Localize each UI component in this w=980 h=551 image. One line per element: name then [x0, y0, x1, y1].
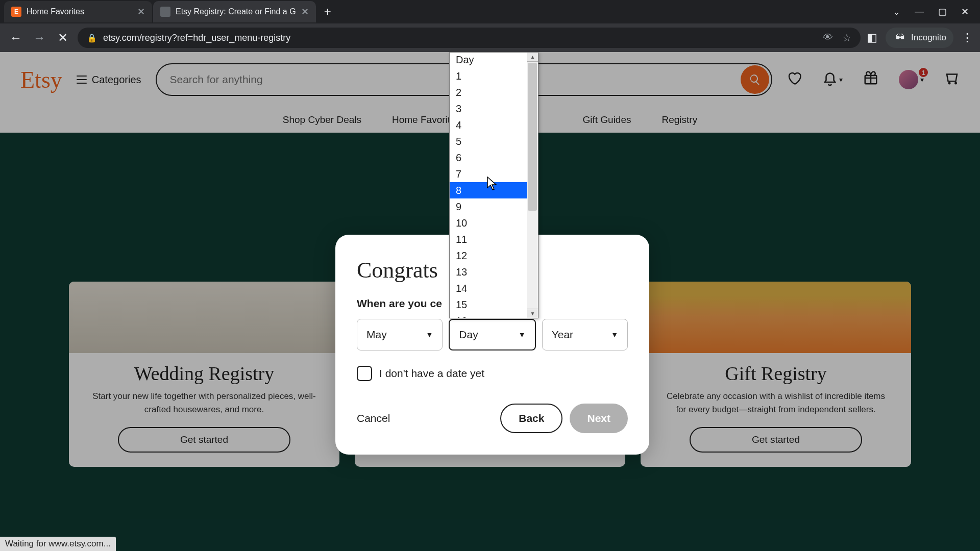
caret-down-icon: ▼ [426, 331, 433, 339]
card-image [641, 282, 911, 353]
search-icon [749, 73, 761, 86]
caret-down-icon: ▼ [519, 331, 526, 339]
window-controls: ⌄ — ▢ ✕ [893, 6, 980, 17]
card-desc: Start your new life together with person… [69, 390, 339, 416]
incognito-badge[interactable]: 🕶 Incognito [886, 28, 953, 48]
get-started-button[interactable]: Get started [690, 427, 862, 453]
browser-toolbar: ← → ✕ 🔒 etsy.com/registry?ref=hdr_user_m… [0, 23, 980, 52]
dropdown-option[interactable]: 3 [450, 101, 538, 117]
date-selects: May ▼ Day ▼ Year ▼ [357, 319, 628, 350]
no-date-label: I don't have a date yet [379, 367, 484, 380]
address-bar[interactable]: 🔒 etsy.com/registry?ref=hdr_user_menu-re… [78, 28, 861, 48]
scroll-up-arrow[interactable]: ▲ [527, 53, 538, 62]
favorites-icon[interactable] [787, 70, 802, 89]
forward-button[interactable]: → [31, 31, 48, 45]
gift-icon[interactable] [863, 70, 878, 89]
no-date-row: I don't have a date yet [357, 366, 628, 381]
new-tab-button[interactable]: + [317, 5, 338, 19]
kebab-menu-icon[interactable]: ⋮ [962, 31, 973, 44]
panel-icon[interactable]: ◧ [867, 31, 877, 44]
back-button[interactable]: Back [500, 404, 562, 433]
dropdown-option[interactable]: 14 [450, 280, 538, 296]
card-desc: Celebrate any occasion with a wishlist o… [641, 390, 911, 416]
year-select[interactable]: Year ▼ [542, 319, 628, 350]
notification-badge: 1 [918, 67, 929, 78]
day-select[interactable]: Day ▼ [449, 319, 535, 350]
chevron-down-icon: ▾ [839, 76, 843, 84]
card-title: Gift Registry [641, 362, 911, 385]
etsy-favicon: E [11, 7, 21, 17]
tab-overflow-icon[interactable]: ⌄ [893, 6, 900, 17]
tab-home-favorites[interactable]: E Home Favorites ✕ [4, 1, 152, 22]
categories-button[interactable]: Categories [77, 74, 141, 86]
caret-down-icon: ▼ [611, 331, 618, 339]
loading-favicon [160, 7, 170, 17]
tab-title: Etsy Registry: Create or Find a G [176, 7, 296, 16]
month-value: May [366, 329, 387, 341]
month-select[interactable]: May ▼ [357, 319, 443, 350]
tab-close-icon[interactable]: ✕ [301, 6, 309, 17]
status-bar: Waiting for www.etsy.com... [0, 537, 116, 551]
scrollbar-thumb[interactable] [528, 63, 537, 211]
star-icon[interactable]: ☆ [842, 32, 851, 44]
scroll-down-arrow[interactable]: ▼ [527, 309, 538, 318]
incognito-icon: 🕶 [893, 31, 907, 45]
maximize-button[interactable]: ▢ [938, 6, 947, 17]
browser-chrome: E Home Favorites ✕ Etsy Registry: Create… [0, 0, 980, 52]
etsy-logo[interactable]: Etsy [20, 66, 62, 93]
dropdown-option[interactable]: 9 [450, 198, 538, 215]
cancel-button[interactable]: Cancel [357, 412, 390, 424]
dropdown-option[interactable]: 13 [450, 264, 538, 280]
dropdown-option[interactable]: 8 [450, 182, 538, 198]
dropdown-option[interactable]: 6 [450, 149, 538, 166]
dropdown-option[interactable]: 4 [450, 117, 538, 133]
dropdown-option[interactable]: 11 [450, 231, 538, 247]
tab-close-icon[interactable]: ✕ [137, 6, 145, 17]
stop-button[interactable]: ✕ [54, 31, 71, 45]
tab-bar: E Home Favorites ✕ Etsy Registry: Create… [0, 0, 980, 23]
dropdown-option[interactable]: 12 [450, 247, 538, 264]
dropdown-option[interactable]: 1 [450, 68, 538, 84]
incognito-label: Incognito [911, 33, 946, 43]
header-icons: ▾ 1 ▾ [787, 70, 960, 89]
gift-registry-card: Gift Registry Celebrate any occasion wit… [641, 282, 911, 467]
back-button[interactable]: ← [7, 31, 24, 45]
dropdown-list: Day123456789101112131415161718 [450, 53, 538, 318]
day-value: Day [459, 329, 478, 341]
get-started-button[interactable]: Get started [118, 427, 290, 453]
notifications-button[interactable]: ▾ [822, 72, 843, 87]
lock-icon: 🔒 [87, 33, 97, 43]
card-image [69, 282, 339, 353]
nav-gift-guides[interactable]: Gift Guides [582, 114, 631, 126]
card-title: Wedding Registry [69, 362, 339, 385]
wedding-registry-card: Wedding Registry Start your new life tog… [69, 282, 339, 467]
account-menu[interactable]: 1 ▾ [899, 70, 924, 89]
url-text: etsy.com/registry?ref=hdr_user_menu-regi… [103, 33, 817, 43]
tab-title: Home Favorites [27, 7, 132, 16]
cart-icon[interactable] [944, 70, 960, 89]
dropdown-option[interactable]: 10 [450, 215, 538, 231]
hamburger-icon [77, 76, 87, 84]
dropdown-option[interactable]: 15 [450, 296, 538, 313]
day-dropdown-popup[interactable]: ▲ Day123456789101112131415161718 ▼ [449, 52, 538, 318]
tab-etsy-registry[interactable]: Etsy Registry: Create or Find a G ✕ [153, 1, 316, 22]
avatar [899, 70, 918, 89]
dropdown-option[interactable]: 5 [450, 133, 538, 149]
dropdown-option[interactable]: 7 [450, 166, 538, 182]
page-viewport: Etsy Categories ▾ 1 ▾ [0, 52, 980, 551]
nav-shop-deals[interactable]: Shop Cyber Deals [283, 114, 361, 126]
year-value: Year [552, 329, 573, 341]
dropdown-option[interactable]: 2 [450, 84, 538, 101]
dropdown-option[interactable]: 16 [450, 313, 538, 318]
no-date-checkbox[interactable] [357, 366, 372, 381]
dropdown-header[interactable]: Day [450, 53, 538, 68]
eye-blocked-icon[interactable]: 👁 [823, 32, 833, 44]
search-button[interactable] [741, 65, 769, 94]
modal-actions: Cancel Back Next [357, 404, 628, 433]
next-button[interactable]: Next [570, 404, 628, 433]
nav-registry[interactable]: Registry [662, 114, 698, 126]
minimize-button[interactable]: — [915, 6, 924, 17]
close-window-button[interactable]: ✕ [961, 6, 969, 17]
categories-label: Categories [92, 74, 141, 86]
